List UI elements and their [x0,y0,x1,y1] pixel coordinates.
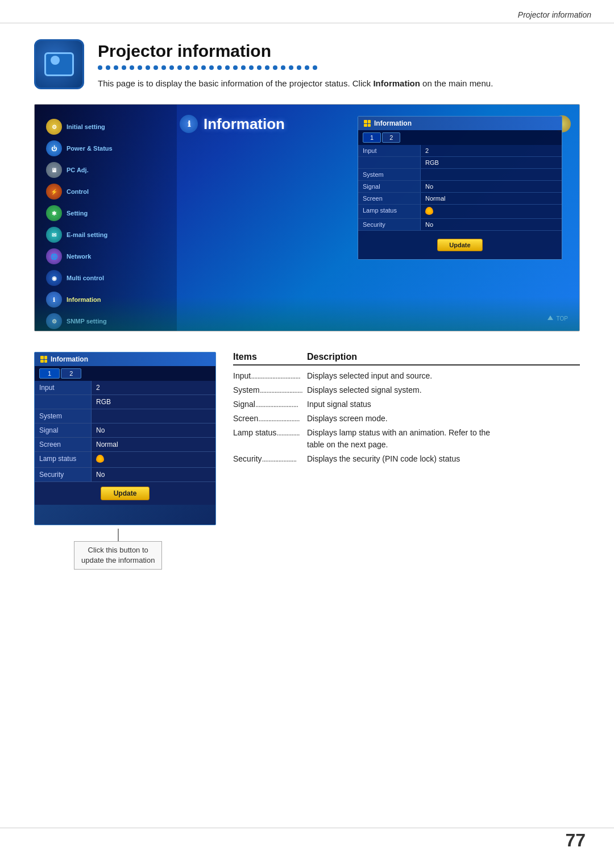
svg-rect-0 [45,56,73,74]
ss-icon-control: ⚡ [46,184,62,200]
table-row-signal: Signal.......................... Input s… [233,398,580,410]
ss-row-system: System [358,169,562,181]
ss-icon-power: ⏻ [46,140,62,156]
ss-title: Information [204,115,285,133]
small-panel-header: Information [35,352,215,366]
small-row-input: Input 2 [35,381,215,395]
small-row-lamp: Lamp status [35,452,215,468]
ss-menu-pcadj[interactable]: 🖥 PC Adj. [46,159,160,181]
bottom-divider [0,828,614,828]
ss-row-security: Security No [358,219,562,231]
title-section: Projector information This page is to di… [34,39,580,90]
svg-point-2 [57,63,61,67]
svg-point-1 [54,60,64,70]
ss-info-panel: Information 1 2 Input 2 RGB System Signa… [358,116,562,260]
callout-arrow [118,529,119,541]
svg-rect-3 [56,74,63,76]
ss-tab-1[interactable]: 1 [363,132,381,143]
small-info-panel: Information 1 2 Input 2 RGB System [34,352,216,525]
small-row-signal: Signal No [35,423,215,438]
ss-menu-power[interactable]: ⏻ Power & Status [46,138,160,159]
ss-icon-network: 🌐 [46,248,62,264]
table-row-system: System.......................... Display… [233,384,580,396]
ss-row-input-src: RGB [358,157,562,169]
small-row-security: Security No [35,468,215,482]
ss-menu-control[interactable]: ⚡ Control [46,181,160,202]
small-row-system: System [35,409,215,423]
ss-row-input: Input 2 [358,145,562,157]
page-description: This page is to display the basic inform… [98,77,580,90]
callout-container: Click this button to update the informat… [74,529,162,570]
ss-menu-multicontrol[interactable]: ◉ Multi control [46,267,160,289]
small-update-wrap: Update [35,482,215,505]
ss-icon-initial: ⚙ [46,119,62,135]
small-tab-2[interactable]: 2 [61,368,81,379]
small-row-screen: Screen Normal [35,438,215,452]
small-row-input-src: RGB [35,395,215,409]
col-header-desc: Description [307,352,580,362]
ss-menu-initial[interactable]: ⚙ Initial setting [46,116,160,138]
table-row-input: Input.............................. Disp… [233,370,580,382]
small-grid-icon [40,356,47,363]
ss-update-button[interactable]: Update [437,239,482,251]
ss-grid-icon [364,120,371,127]
ss-icon-setting: ✱ [46,205,62,221]
page-breadcrumb: Projector information [0,0,614,23]
small-tab-1[interactable]: 1 [39,368,60,379]
table-row-security: Security..................... Displays t… [233,453,580,465]
ss-tabs: 1 2 [358,130,562,145]
callout-box: Click this button to update the informat… [74,541,162,570]
items-table-header: Items Description [233,352,580,366]
decorative-dots [98,65,580,70]
lamp-status-icon [425,207,433,215]
section-icon [34,39,84,89]
ss-menu-setting[interactable]: ✱ Setting [46,202,160,224]
ss-tab-2[interactable]: 2 [382,132,400,143]
ss-row-screen: Screen Normal [358,193,562,205]
ss-panel-header: Information [358,117,562,130]
title-text: Projector information This page is to di… [98,39,580,90]
items-table: Items Description Input.................… [233,352,580,467]
ss-menu-network[interactable]: 🌐 Network [46,246,160,267]
ss-icon-pcadj: 🖥 [46,162,62,178]
small-update-button[interactable]: Update [101,487,150,500]
screenshot-area: ⚙ Initial setting ⏻ Power & Status 🖥 PC … [34,104,580,331]
page-title: Projector information [98,41,580,61]
ss-row-signal: Signal No [358,181,562,193]
table-row-screen: Screen......................... Displays… [233,413,580,425]
ss-icon-email: ✉ [46,227,62,243]
table-row-lamp: Lamp status.............. Displays lamp … [233,427,580,451]
ss-row-lamp: Lamp status [358,205,562,219]
ss-icon-multicontrol: ◉ [46,270,62,286]
ss-menu-email[interactable]: ✉ E-mail setting [46,224,160,246]
lower-section: Information 1 2 Input 2 RGB System [34,352,580,576]
small-lamp-icon [96,455,104,463]
col-header-items: Items [233,352,307,362]
page-number: 77 [565,830,586,851]
small-panel-tabs: 1 2 [35,366,215,381]
